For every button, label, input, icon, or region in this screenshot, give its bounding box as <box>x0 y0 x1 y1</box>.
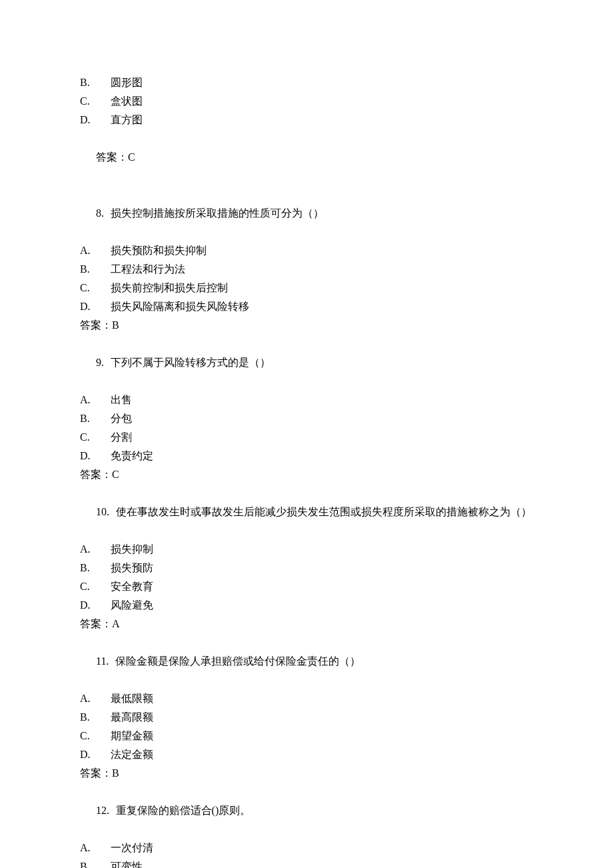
option-text: 损失风险隔离和损失风险转移 <box>111 297 249 316</box>
answer-line: 答案：B <box>80 764 533 783</box>
question-number: 10. <box>96 506 109 517</box>
question-text: 重复保险的赔偿适合()原则。 <box>116 805 251 816</box>
option-letter: D. <box>80 297 101 316</box>
question-number: 9. <box>96 357 104 368</box>
orphan-option-block: B. 圆形图 C. 盒状图 D. 直方图 答案：C <box>80 73 533 185</box>
question-number: 8. <box>96 207 104 219</box>
question-number: 12. <box>96 805 109 816</box>
option-row: D.损失风险隔离和损失风险转移 <box>80 297 533 316</box>
question-text: 使在事故发生时或事故发生后能减少损失发生范围或损失程度所采取的措施被称之为（） <box>116 506 532 517</box>
option-text: 直方图 <box>111 111 143 129</box>
answer-label: 答案： <box>80 618 112 629</box>
option-letter: B. <box>80 409 101 428</box>
option-letter: D. <box>80 745 101 764</box>
option-row: C.安全教育 <box>80 577 533 596</box>
document-page: B. 圆形图 C. 盒状图 D. 直方图 答案：C 8.损失控制措施按所采取措施… <box>0 0 613 868</box>
option-text: 圆形图 <box>111 73 143 92</box>
option-row: B.损失预防 <box>80 559 533 577</box>
option-letter: C. <box>80 727 101 745</box>
option-text: 法定金额 <box>111 745 153 764</box>
question-stem: 10.使在事故发生时或事故发生后能减少损失发生范围或损失程度所采取的措施被称之为… <box>80 484 533 540</box>
question-block: 9.下列不属于风险转移方式的是（） A.出售 B.分包 C.分割 D.免责约定 … <box>80 335 533 484</box>
question-text: 保险金额是保险人承担赔偿或给付保险金责任的（） <box>115 655 360 667</box>
option-letter: B. <box>80 857 101 868</box>
answer-line: 答案：C <box>80 129 533 185</box>
question-block: 8.损失控制措施按所采取措施的性质可分为（） A.损失预防和损失抑制 B.工程法… <box>80 185 533 335</box>
option-row: D.法定金额 <box>80 745 533 764</box>
option-row: C.期望金额 <box>80 727 533 745</box>
question-stem: 8.损失控制措施按所采取措施的性质可分为（） <box>80 185 533 241</box>
option-row: D.风险避免 <box>80 596 533 615</box>
option-text: 损失预防 <box>111 559 153 577</box>
option-text: 风险避免 <box>111 596 153 615</box>
option-letter: A. <box>80 839 101 857</box>
option-letter: A. <box>80 241 101 260</box>
option-text: 分割 <box>111 428 132 447</box>
question-block: 12.重复保险的赔偿适合()原则。 A.一次付清 B.可变性 C.分摊 D.客观… <box>80 783 533 868</box>
answer-label: 答案： <box>80 767 112 779</box>
option-letter: D. <box>80 447 101 465</box>
option-letter: A. <box>80 689 101 708</box>
option-row: C.损失前控制和损失后控制 <box>80 279 533 297</box>
option-row: A.损失预防和损失抑制 <box>80 241 533 260</box>
option-letter: C. <box>80 428 101 447</box>
option-letter: C. <box>80 577 101 596</box>
answer-line: 答案：A <box>80 615 533 633</box>
question-block: 10.使在事故发生时或事故发生后能减少损失发生范围或损失程度所采取的措施被称之为… <box>80 484 533 633</box>
question-stem: 12.重复保险的赔偿适合()原则。 <box>80 783 533 839</box>
option-row: B.工程法和行为法 <box>80 260 533 279</box>
option-row: B.可变性 <box>80 857 533 868</box>
answer-label: 答案： <box>80 319 112 331</box>
option-row: A.出售 <box>80 391 533 409</box>
option-letter: D. <box>80 111 101 129</box>
option-text: 盒状图 <box>111 92 143 111</box>
option-text: 安全教育 <box>111 577 153 596</box>
option-row: B. 圆形图 <box>80 73 533 92</box>
option-letter: A. <box>80 391 101 409</box>
option-row: D.免责约定 <box>80 447 533 465</box>
option-text: 期望金额 <box>111 727 153 745</box>
answer-value: C <box>112 469 119 480</box>
option-row: C. 盒状图 <box>80 92 533 111</box>
option-letter: A. <box>80 540 101 559</box>
option-text: 最高限额 <box>111 708 153 727</box>
question-block: 11.保险金额是保险人承担赔偿或给付保险金责任的（） A.最低限额 B.最高限额… <box>80 633 533 783</box>
option-text: 分包 <box>111 409 132 428</box>
answer-value: A <box>112 618 120 629</box>
answer-line: 答案：B <box>80 316 533 335</box>
answer-label: 答案： <box>80 469 112 480</box>
option-text: 损失前控制和损失后控制 <box>111 279 228 297</box>
option-letter: B. <box>80 260 101 279</box>
option-text: 最低限额 <box>111 689 153 708</box>
option-letter: C. <box>80 279 101 297</box>
option-text: 免责约定 <box>111 447 153 465</box>
question-number: 11. <box>96 655 109 667</box>
option-text: 损失预防和损失抑制 <box>111 241 207 260</box>
option-row: B.最高限额 <box>80 708 533 727</box>
option-row: A.损失抑制 <box>80 540 533 559</box>
option-text: 出售 <box>111 391 132 409</box>
option-letter: B. <box>80 708 101 727</box>
option-text: 一次付清 <box>111 839 153 857</box>
option-row: C.分割 <box>80 428 533 447</box>
question-text: 损失控制措施按所采取措施的性质可分为（） <box>111 207 324 219</box>
option-row: D. 直方图 <box>80 111 533 129</box>
answer-label: 答案： <box>96 151 128 163</box>
question-stem: 9.下列不属于风险转移方式的是（） <box>80 335 533 391</box>
answer-value: C <box>128 151 135 163</box>
answer-value: B <box>112 319 119 331</box>
question-text: 下列不属于风险转移方式的是（） <box>111 357 271 368</box>
option-row: A.一次付清 <box>80 839 533 857</box>
option-letter: D. <box>80 596 101 615</box>
option-row: A.最低限额 <box>80 689 533 708</box>
option-letter: C. <box>80 92 101 111</box>
option-text: 损失抑制 <box>111 540 153 559</box>
option-letter: B. <box>80 73 101 92</box>
option-text: 工程法和行为法 <box>111 260 185 279</box>
answer-line: 答案：C <box>80 465 533 484</box>
question-stem: 11.保险金额是保险人承担赔偿或给付保险金责任的（） <box>80 633 533 689</box>
option-letter: B. <box>80 559 101 577</box>
answer-value: B <box>112 767 119 779</box>
option-row: B.分包 <box>80 409 533 428</box>
option-text: 可变性 <box>111 857 143 868</box>
